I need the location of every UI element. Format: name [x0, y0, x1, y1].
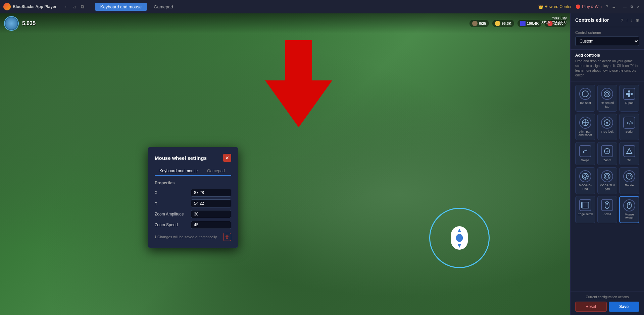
scheme-select[interactable]: Custom — [575, 37, 639, 46]
repeated-tap-icon — [601, 88, 613, 100]
gem-icon — [520, 21, 526, 26]
top-bar: BlueStacks App Player ← ⌂ ⧉ Keyboard and… — [0, 0, 644, 13]
tab-keyboard-mouse[interactable]: Keyboard and mouse — [95, 3, 147, 11]
aim-pan-shoot-label: Aim, pan and shoot — [577, 130, 594, 137]
maximize-button[interactable]: ⧉ — [629, 4, 634, 9]
script-label: Script — [626, 130, 633, 134]
panel-help-icon[interactable]: ? — [621, 18, 623, 23]
modal-tabs: Keyboard and mouse Gamepad — [155, 167, 231, 176]
modal-tab-gamepad[interactable]: Gamepad — [202, 167, 230, 176]
script-icon: </> — [623, 117, 635, 129]
tab-gamepad[interactable]: Gamepad — [148, 3, 178, 11]
control-aim-pan-shoot[interactable]: Aim, pan and shoot — [575, 114, 595, 140]
city-name: Your City — [541, 16, 567, 20]
tap-spot-label: Tap spot — [580, 101, 591, 105]
svg-point-25 — [604, 173, 610, 179]
aim-pan-shoot-icon — [579, 117, 591, 129]
field-zoom-speed: Zoom Speed — [155, 221, 231, 229]
panel-header-icons: ? ↑ ↓ ⊕ — [621, 18, 639, 23]
tilt-label: Tilt — [627, 159, 631, 162]
city-date: 08/16 7:56 UTC — [541, 20, 567, 24]
svg-rect-30 — [582, 202, 583, 208]
logo-icon — [3, 3, 11, 10]
window-controls: — ⧉ ✕ — [623, 4, 641, 9]
mouse-wheel-icon: ▲ ▼ — [451, 226, 468, 250]
game-viewport: 5,035 0/25 96.3K 100.4K 1,100 — [0, 13, 570, 315]
control-repeated-tap[interactable]: Repeated tap — [597, 85, 617, 112]
scroll-icon — [601, 199, 613, 211]
control-edge-scroll[interactable]: Edge scroll — [575, 196, 595, 224]
control-swipe[interactable]: Swipe — [575, 142, 595, 165]
svg-rect-7 — [631, 93, 633, 95]
info-icon: ℹ — [155, 235, 156, 239]
controls-grid: Tap spot Repeated tap — [571, 81, 644, 227]
add-controls-desc: Drag and drop an action on your game scr… — [575, 59, 639, 78]
close-button[interactable]: ✕ — [636, 4, 641, 9]
controls-panel: Controls editor ? ↑ ↓ ⊕ Control scheme C… — [570, 13, 644, 315]
field-zoom-amplitude-label: Zoom Amplitude — [155, 212, 184, 216]
gem-count: 100.4K — [527, 21, 539, 25]
control-rotate[interactable]: Rotate — [619, 167, 639, 194]
free-look-icon — [601, 117, 613, 129]
moba-skill-pad-icon — [601, 170, 613, 182]
edge-scroll-icon — [579, 199, 591, 211]
mouse-wheel-settings-modal: Mouse wheel settings ✕ Keyboard and mous… — [148, 147, 238, 248]
windows-icon[interactable]: ⧉ — [80, 3, 86, 10]
gold-icon — [495, 21, 500, 26]
modal-close-button[interactable]: ✕ — [223, 154, 231, 162]
control-zoom[interactable]: Zoom — [597, 142, 617, 165]
mouse-wheel-indicator: ▲ ▼ — [429, 208, 490, 268]
menu-icon[interactable]: ≡ — [612, 4, 615, 9]
hud-resource-house: 0/25 — [469, 20, 489, 27]
svg-rect-4 — [628, 90, 630, 92]
modal-title: Mouse wheel settings — [155, 155, 207, 161]
delete-button[interactable]: 🗑 — [223, 233, 231, 241]
panel-add-icon[interactable]: ⊕ — [636, 18, 639, 23]
field-zoom-amplitude-input[interactable] — [191, 210, 231, 218]
reward-label: Reward Center — [545, 4, 572, 9]
field-x: X — [155, 189, 231, 197]
save-button[interactable]: Save — [609, 302, 640, 312]
play-win-button[interactable]: 🔴 Play & Win — [576, 4, 602, 9]
scroll-down-arrow: ▼ — [456, 243, 462, 249]
control-moba-skill-pad[interactable]: MOBA Skill pad — [597, 167, 617, 194]
nav-icons: ← ⌂ ⧉ — [62, 3, 85, 10]
control-tap-spot[interactable]: Tap spot — [575, 85, 595, 112]
control-script[interactable]: </> Script — [619, 114, 639, 140]
field-x-input[interactable] — [191, 189, 231, 197]
panel-export-icon[interactable]: ↓ — [631, 18, 633, 23]
svg-point-1 — [582, 91, 588, 97]
control-scroll[interactable]: Scroll — [597, 196, 617, 224]
control-dpad[interactable]: D-pad — [619, 85, 639, 112]
control-moba-dpad[interactable]: MOBA D-Pad — [575, 167, 595, 194]
reset-button[interactable]: Reset — [575, 302, 607, 312]
reward-icon: 👑 — [538, 4, 543, 9]
tap-spot-icon — [579, 88, 591, 100]
rotate-label: Rotate — [625, 184, 634, 187]
minimize-button[interactable]: — — [623, 4, 627, 9]
svg-point-13 — [606, 122, 608, 124]
mouse-wheel-ctrl-icon — [623, 199, 635, 211]
svg-rect-33 — [606, 203, 608, 205]
field-zoom-speed-input[interactable] — [191, 221, 231, 229]
back-icon[interactable]: ← — [62, 3, 70, 10]
scroll-label: Scroll — [603, 212, 611, 216]
control-tilt[interactable]: Tilt — [619, 142, 639, 165]
control-free-look[interactable]: Free look — [597, 114, 617, 140]
control-scheme-section: Control scheme Custom — [571, 27, 644, 50]
scheme-label: Control scheme — [575, 30, 639, 35]
panel-footer: Current configuration actions Reset Save — [571, 292, 644, 315]
player-score: 5,035 — [22, 20, 36, 26]
play-win-label: Play & Win — [582, 4, 602, 9]
house-count: 0/25 — [479, 21, 486, 25]
tilt-icon — [623, 145, 635, 157]
home-icon[interactable]: ⌂ — [72, 3, 77, 10]
gold-count: 96.3K — [502, 21, 511, 25]
reward-center-button[interactable]: 👑 Reward Center — [538, 4, 572, 9]
help-icon[interactable]: ? — [606, 4, 608, 9]
field-y-input[interactable] — [191, 199, 231, 207]
config-actions-label: Current configuration actions — [575, 295, 639, 299]
control-mouse-wheel[interactable]: Mouse wheel — [619, 196, 639, 224]
modal-tab-keyboard-mouse[interactable]: Keyboard and mouse — [155, 167, 202, 176]
panel-import-icon[interactable]: ↑ — [626, 18, 628, 23]
